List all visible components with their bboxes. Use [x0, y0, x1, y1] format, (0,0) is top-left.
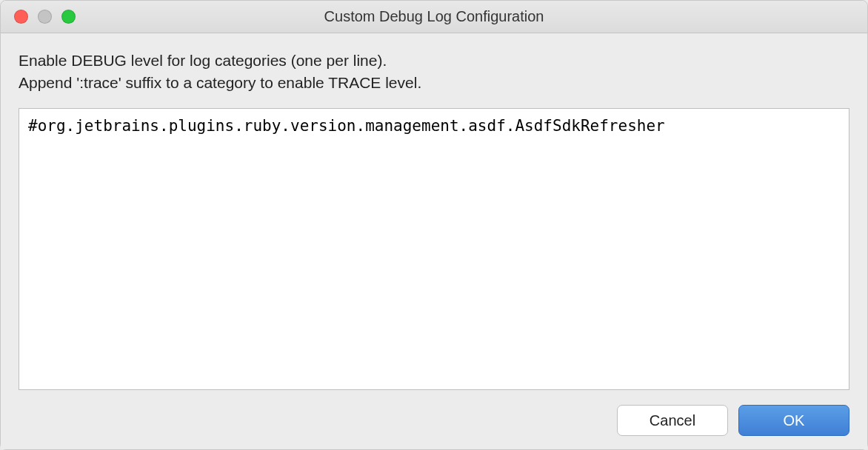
- instructions-line2: Append ':trace' suffix to a category to …: [19, 72, 849, 94]
- cancel-button[interactable]: Cancel: [617, 405, 728, 436]
- dialog-window: Custom Debug Log Configuration Enable DE…: [0, 0, 868, 450]
- button-row: Cancel OK: [19, 390, 849, 436]
- dialog-content: Enable DEBUG level for log categories (o…: [1, 33, 867, 449]
- log-categories-textarea[interactable]: [28, 116, 840, 382]
- minimize-icon: [38, 10, 52, 24]
- zoom-icon[interactable]: [61, 10, 76, 24]
- close-icon[interactable]: [14, 10, 28, 24]
- ok-button[interactable]: OK: [738, 405, 849, 436]
- titlebar: Custom Debug Log Configuration: [1, 1, 867, 33]
- instructions-text: Enable DEBUG level for log categories (o…: [19, 50, 849, 95]
- instructions-line1: Enable DEBUG level for log categories (o…: [19, 50, 849, 72]
- log-categories-container: [19, 108, 849, 390]
- traffic-lights: [1, 10, 76, 24]
- window-title: Custom Debug Log Configuration: [324, 8, 544, 25]
